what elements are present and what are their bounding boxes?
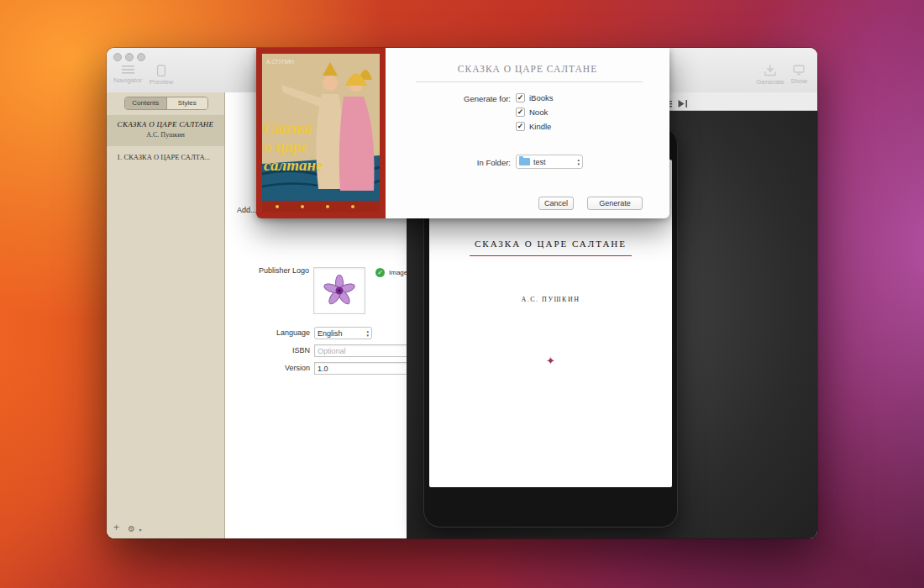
generate-sheet-dialog: А.СТУПИН Сказка о царе салтане СКАЗКА О … [256,48,669,218]
version-label: Version [225,364,310,372]
generate-button[interactable]: Generate [587,197,643,210]
checkbox-nook-label[interactable]: Nook [529,108,548,117]
preview-button[interactable]: Preview [144,65,178,86]
language-label: Language [225,328,310,337]
book-cover-thumbnail: А.СТУПИН Сказка о царе салтане [256,48,386,218]
target-row-kindle: ✓ Kindle [516,121,551,132]
show-label: Show [790,77,807,85]
cover-title-line2: о царе [264,138,308,155]
page-book-author: А.С. ПУШКИН [429,296,672,303]
gear-icon: ⚙ [128,524,135,533]
folder-value: test [533,158,546,166]
dialog-title: СКАЗКА О ЦАРЕ САЛТАНЕ [386,64,669,74]
add-button-partial[interactable]: Add... [237,206,257,216]
cancel-button[interactable]: Cancel [538,197,574,210]
checkbox-kindle-label[interactable]: Kindle [529,122,551,131]
language-value: English [318,329,343,338]
publisher-logo-label: Publisher Logo [225,266,309,275]
target-row-ibooks: ✓ iBooks [516,92,554,103]
publisher-logo-flower-icon [323,275,355,307]
folder-popup-arrows-icon: ▴▾ [577,158,580,165]
navigator-icon [122,65,134,75]
sidebar-tab-switcher: Contents Styles [124,97,208,110]
folder-popup[interactable]: test ▴▾ [516,155,583,169]
vellum-window: Untitled.vellum — Edited ▾ Navigator Pre… [107,48,817,538]
skip-to-end-icon[interactable] [677,97,688,112]
generate-toolbar-label: Generate [756,78,784,86]
preview-icon [157,65,165,76]
sidebar-book-title: СКАЗКА О ЦАРЕ САЛТАНЕ [107,115,224,129]
generate-for-label: Generate for: [386,94,511,103]
preview-label: Preview [150,78,173,86]
isbn-label: ISBN [225,346,310,354]
tab-styles[interactable]: Styles [166,97,208,109]
show-icon [793,65,805,76]
navigator-button[interactable]: Navigator [109,65,146,84]
dialog-title-rule [416,81,643,82]
tab-contents[interactable]: Contents [125,97,166,109]
checkbox-ibooks[interactable]: ✓ [516,93,525,102]
gear-menu-button[interactable]: ⚙ ▾ [128,520,141,535]
show-button[interactable]: Show [784,65,814,85]
cover-title-line3: салтане [264,156,323,174]
in-folder-label: In Folder: [386,158,511,167]
sidebar-title-block[interactable]: СКАЗКА О ЦАРЕ САЛТАНЕ А.С. Пушкин [107,115,224,146]
sidebar-book-author: А.С. Пушкин [107,131,224,139]
folder-icon [519,158,530,165]
generate-icon [764,65,776,76]
navigator-label: Navigator [113,76,142,84]
checkbox-ibooks-label[interactable]: iBooks [529,93,554,102]
add-chapter-button[interactable]: + [113,522,119,533]
page-book-title: СКАЗКА О ЦАРЕ САЛТАНЕ [429,235,672,256]
sidebar: Contents Styles СКАЗКА О ЦАРЕ САЛТАНЕ А.… [107,92,225,538]
checkbox-nook[interactable]: ✓ [516,108,525,117]
target-row-nook: ✓ Nook [516,107,548,118]
cover-title-line1: Сказка [264,119,312,137]
book-cover-art: А.СТУПИН Сказка о царе салтане [256,48,386,218]
page-star-ornament-icon: ✦ [429,354,672,367]
sidebar-chapter-item[interactable]: 1. СКАЗКА О ЦАРЕ САЛТА... [117,153,210,161]
gear-chevron-icon: ▾ [139,528,141,533]
popup-arrows-icon: ▴▾ [366,329,369,337]
version-field[interactable] [314,362,411,375]
sidebar-bottom-bar: + ⚙ ▾ [113,520,141,535]
checkbox-kindle[interactable]: ✓ [516,122,525,131]
cover-artist-text: А.СТУПИН [266,59,294,65]
status-check-icon: ✓ [375,268,385,277]
desktop-wallpaper: Untitled.vellum — Edited ▾ Navigator Pre… [0,0,924,588]
language-popup[interactable]: English ▴▾ [314,327,372,339]
publisher-logo-well[interactable] [313,267,365,314]
isbn-field[interactable] [314,344,411,357]
